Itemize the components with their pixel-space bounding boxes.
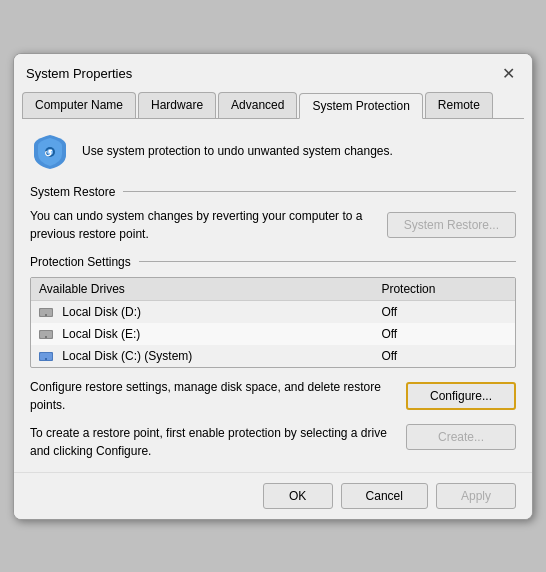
protection-table: Available Drives Protection Local Disk (…	[31, 278, 515, 367]
create-description: To create a restore point, first enable …	[30, 424, 396, 460]
tab-computer-name[interactable]: Computer Name	[22, 92, 136, 118]
drive-name: Local Disk (E:)	[31, 323, 373, 345]
header-description: Use system protection to undo unwanted s…	[82, 144, 393, 158]
create-row: To create a restore point, first enable …	[30, 424, 516, 460]
protection-settings-title: Protection Settings	[30, 255, 516, 269]
drive-protection: Off	[373, 323, 515, 345]
close-button[interactable]: ✕	[496, 62, 520, 86]
table-row[interactable]: Local Disk (D:) Off	[31, 300, 515, 323]
protection-settings-label: Protection Settings	[30, 255, 131, 269]
tabs-container: Computer Name Hardware Advanced System P…	[14, 86, 532, 118]
tab-hardware[interactable]: Hardware	[138, 92, 216, 118]
system-properties-window: System Properties ✕ Computer Name Hardwa…	[13, 53, 533, 520]
svg-point-9	[45, 336, 47, 338]
drive-icon	[39, 306, 55, 318]
system-restore-button[interactable]: System Restore...	[387, 212, 516, 238]
tab-system-protection[interactable]: System Protection	[299, 93, 422, 119]
configure-row: Configure restore settings, manage disk …	[30, 378, 516, 414]
restore-description: You can undo system changes by reverting…	[30, 207, 377, 243]
tab-advanced[interactable]: Advanced	[218, 92, 297, 118]
ok-button[interactable]: OK	[263, 483, 333, 509]
drive-name: Local Disk (C:) (System)	[31, 345, 373, 367]
header-section: ↺ Use system protection to undo unwanted…	[30, 131, 516, 171]
shield-icon: ↺	[30, 131, 70, 171]
title-bar: System Properties ✕	[14, 54, 532, 86]
configure-button[interactable]: Configure...	[406, 382, 516, 410]
drive-icon	[39, 328, 55, 340]
svg-point-6	[45, 314, 47, 316]
drive-protection: Off	[373, 300, 515, 323]
restore-body: You can undo system changes by reverting…	[30, 207, 516, 243]
system-restore-title: System Restore	[30, 185, 516, 199]
tab-remote[interactable]: Remote	[425, 92, 493, 118]
drive-icon	[39, 350, 55, 362]
protection-table-container: Available Drives Protection Local Disk (…	[30, 277, 516, 368]
system-restore-section: System Restore You can undo system chang…	[30, 185, 516, 243]
table-row[interactable]: Local Disk (C:) (System) Off	[31, 345, 515, 367]
system-restore-label: System Restore	[30, 185, 115, 199]
window-title: System Properties	[26, 66, 132, 81]
apply-button[interactable]: Apply	[436, 483, 516, 509]
table-row[interactable]: Local Disk (E:) Off	[31, 323, 515, 345]
col-drives: Available Drives	[31, 278, 373, 301]
cancel-button[interactable]: Cancel	[341, 483, 428, 509]
drive-name: Local Disk (D:)	[31, 300, 373, 323]
section-divider	[123, 191, 516, 192]
drive-protection: Off	[373, 345, 515, 367]
protection-settings-section: Protection Settings Available Drives Pro…	[30, 255, 516, 368]
create-button[interactable]: Create...	[406, 424, 516, 450]
table-header-row: Available Drives Protection	[31, 278, 515, 301]
section-divider-2	[139, 261, 516, 262]
content-area: ↺ Use system protection to undo unwanted…	[14, 119, 532, 472]
svg-text:↺: ↺	[44, 148, 53, 159]
col-protection: Protection	[373, 278, 515, 301]
svg-point-12	[45, 358, 47, 360]
configure-description: Configure restore settings, manage disk …	[30, 378, 396, 414]
bottom-bar: OK Cancel Apply	[14, 472, 532, 519]
